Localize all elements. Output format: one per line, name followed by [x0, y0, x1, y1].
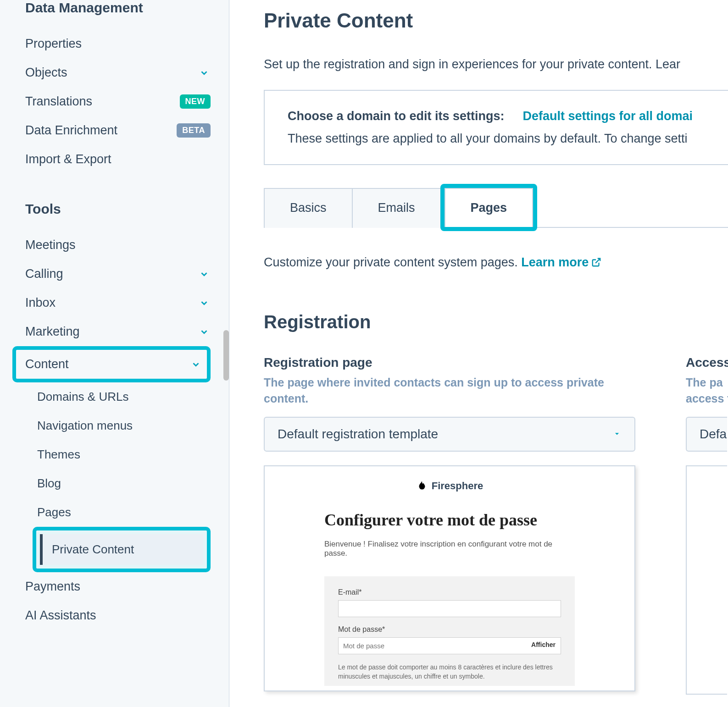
sidebar-item-properties[interactable]: Properties: [25, 29, 211, 58]
sidebar-item-translations[interactable]: Translations NEW: [25, 87, 211, 116]
sidebar-item-label: Payments: [25, 580, 211, 594]
sidebar-item-content[interactable]: Content: [25, 350, 202, 379]
select-value: Default registration template: [278, 427, 438, 442]
access-template-select[interactable]: Defa: [686, 417, 727, 452]
password-label: Mot de passe*: [338, 625, 561, 634]
sidebar-item-label: Domains & URLs: [37, 390, 211, 404]
sidebar-group-data-management: Data Management: [25, 0, 211, 16]
sidebar-item-themes[interactable]: Themes: [37, 440, 211, 469]
sidebar-item-label: Content: [25, 357, 189, 371]
sidebar-sub-content: Domains & URLs Navigation menus Themes B…: [25, 382, 211, 572]
sidebar-item-pages[interactable]: Pages: [37, 498, 211, 527]
page-title: Private Content: [264, 9, 728, 32]
email-label: E-mail*: [338, 588, 561, 597]
highlight-tab-pages: Pages: [440, 184, 538, 231]
preview-heading: Configurer votre mot de passe: [324, 510, 575, 530]
show-password-link[interactable]: Afficher: [531, 641, 556, 648]
email-field[interactable]: [338, 600, 561, 617]
sidebar-item-data-enrichment[interactable]: Data Enrichment BETA: [25, 116, 211, 145]
sidebar-item-label: Marketing: [25, 325, 198, 339]
password-field[interactable]: [338, 637, 561, 654]
beta-badge: BETA: [177, 123, 211, 138]
preview-form: E-mail* Mot de passe* Afficher Le mot de…: [324, 576, 575, 686]
highlight-content: Content: [12, 346, 211, 382]
registration-page-desc: The page where invited contacts can sign…: [264, 375, 635, 407]
sidebar-item-label: Meetings: [25, 238, 211, 252]
sidebar-item-label: Themes: [37, 447, 211, 462]
registration-preview: Firesphere Configurer votre mot de passe…: [264, 465, 635, 691]
chevron-down-icon: [198, 326, 211, 338]
chevron-down-icon: [198, 66, 211, 79]
new-badge: NEW: [180, 94, 211, 109]
external-link-icon: [591, 256, 601, 271]
sidebar-item-label: Properties: [25, 37, 211, 51]
sidebar-item-meetings[interactable]: Meetings: [25, 231, 211, 260]
chevron-down-icon: [198, 268, 211, 281]
caret-down-icon: [612, 427, 622, 442]
sidebar-item-calling[interactable]: Calling: [25, 260, 211, 288]
sidebar-item-import-export[interactable]: Import & Export: [25, 145, 211, 174]
sidebar-item-blog[interactable]: Blog: [37, 469, 211, 498]
sidebar-item-navigation-menus[interactable]: Navigation menus: [37, 411, 211, 440]
learn-more-link[interactable]: Learn more: [521, 255, 601, 269]
sidebar-item-label: Pages: [37, 505, 211, 519]
sidebar-item-label: Blog: [37, 476, 211, 491]
sidebar-item-label: Objects: [25, 66, 198, 80]
sidebar-item-objects[interactable]: Objects: [25, 58, 211, 87]
section-registration: Registration: [264, 312, 728, 332]
domain-choose-label: Choose a domain to edit its settings:: [288, 109, 505, 123]
domain-settings-box: Choose a domain to edit its settings: De…: [264, 90, 728, 165]
customize-text: Customize your private content system pa…: [264, 255, 728, 271]
domain-default-link[interactable]: Default settings for all domai: [523, 109, 693, 123]
select-value: Defa: [700, 427, 727, 442]
sidebar-item-domains-urls[interactable]: Domains & URLs: [37, 382, 211, 411]
password-hint: Le mot de passe doit comporter au moins …: [338, 663, 561, 681]
sidebar-item-label: Calling: [25, 267, 198, 281]
main-content: Private Content Set up the registration …: [229, 0, 728, 707]
sidebar-item-marketing[interactable]: Marketing: [25, 317, 211, 346]
sidebar-item-label: Private Content: [52, 542, 134, 556]
access-desc: The pa access t: [686, 375, 728, 407]
sidebar-item-label: Translations: [25, 94, 180, 109]
sidebar: Data Management Properties Objects Trans…: [0, 0, 229, 707]
tab-pages[interactable]: Pages: [445, 188, 533, 227]
sidebar-group-tools: Tools: [25, 201, 211, 217]
sidebar-item-payments[interactable]: Payments: [25, 572, 211, 601]
access-preview: [686, 465, 727, 695]
chevron-down-icon: [198, 297, 211, 309]
registration-page-title: Registration page: [264, 355, 635, 370]
svg-line-0: [595, 259, 600, 263]
sidebar-item-inbox[interactable]: Inbox: [25, 288, 211, 317]
tabs: Basics Emails Pages: [264, 188, 728, 228]
sidebar-item-private-content[interactable]: Private Content: [40, 534, 203, 565]
sidebar-item-label: Inbox: [25, 296, 198, 310]
tab-emails[interactable]: Emails: [353, 188, 441, 228]
sidebar-item-label: Navigation menus: [37, 419, 211, 433]
preview-welcome: Bienvenue ! Finalisez votre inscription …: [324, 540, 575, 558]
access-title: Access: [686, 355, 728, 370]
highlight-private-content: Private Content: [33, 527, 211, 572]
page-description: Set up the registration and sign in expe…: [264, 57, 728, 72]
scrollbar-thumb[interactable]: [223, 330, 229, 381]
registration-template-select[interactable]: Default registration template: [264, 417, 635, 452]
sidebar-item-ai-assistants[interactable]: AI Assistants: [25, 601, 211, 630]
preview-brand: Firesphere: [278, 480, 621, 492]
sidebar-item-label: Data Enrichment: [25, 123, 177, 138]
domain-desc: These settings are applied to all your d…: [288, 132, 705, 146]
chevron-down-icon: [189, 358, 202, 371]
flame-icon: [416, 480, 428, 492]
tab-basics[interactable]: Basics: [264, 188, 353, 228]
sidebar-item-label: Import & Export: [25, 152, 211, 166]
sidebar-item-label: AI Assistants: [25, 608, 211, 623]
